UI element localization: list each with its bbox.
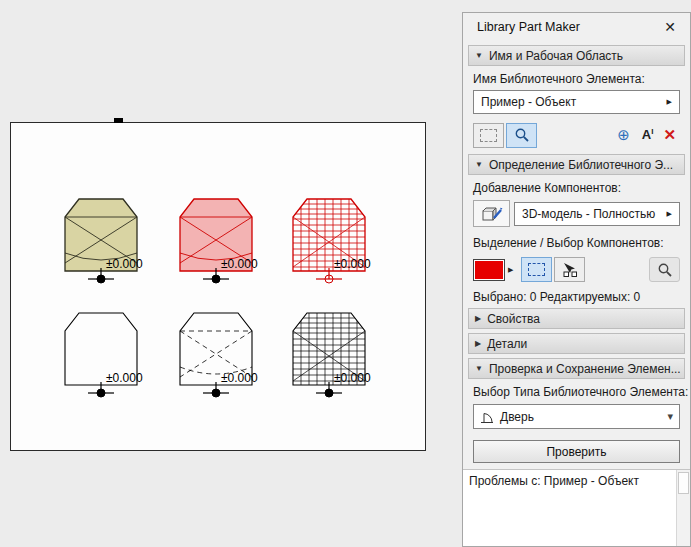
elevation-label: ±0.000 xyxy=(106,371,143,385)
element-name-label: Имя Библиотечного Элемента: xyxy=(473,72,680,86)
figure-outline-wireframe[interactable]: ±0.000 xyxy=(279,307,389,417)
elevation-label: ±0.000 xyxy=(221,257,258,271)
figure-red-filled[interactable]: ±0.000 xyxy=(166,193,276,303)
section-title: Детали xyxy=(487,337,527,351)
arrow-nodes-icon xyxy=(562,262,578,278)
dashed-rect-icon xyxy=(480,129,497,142)
add-icon[interactable]: ⊕ xyxy=(617,126,630,144)
marquee-icon xyxy=(528,263,545,276)
problems-list[interactable]: Проблемы с: Пример - Объект xyxy=(463,469,690,546)
flyout-arrow-icon: ▶ xyxy=(667,210,672,218)
workspace-frame-button[interactable] xyxy=(473,123,504,148)
chevron-collapsed-icon: ▶ xyxy=(475,314,481,323)
node-select-button[interactable] xyxy=(554,257,585,282)
component-mode-dropdown[interactable]: 3D-модель - Полностью ▶ xyxy=(514,202,680,226)
section-title: Имя и Рабочая Область xyxy=(489,49,623,63)
magnifier-icon xyxy=(657,262,673,278)
close-icon[interactable]: ✕ xyxy=(662,19,678,35)
chevron-expanded-icon: ▼ xyxy=(475,364,483,373)
elevation-label: ±0.000 xyxy=(334,371,371,385)
chevron-down-icon: ▾ xyxy=(667,410,673,423)
flyout-arrow-icon[interactable]: ▶ xyxy=(508,266,513,274)
zoom-workspace-button[interactable] xyxy=(506,123,537,148)
chevron-expanded-icon: ▼ xyxy=(475,51,483,60)
selection-label: Выделение / Выбор Компонентов: xyxy=(473,236,680,250)
elevation-label: ±0.000 xyxy=(334,257,371,271)
element-name-dropdown[interactable]: Пример - Объект ▶ xyxy=(473,90,680,114)
component-type-button[interactable] xyxy=(473,200,510,227)
panel-title: Library Part Maker xyxy=(477,20,662,34)
section-title: Проверка и Сохранение Элемен... xyxy=(489,362,681,376)
section-title: Свойства xyxy=(487,312,540,326)
highlight-color-swatch[interactable] xyxy=(473,259,505,281)
scrollbar-thumb[interactable] xyxy=(678,472,689,494)
component-mode-value: 3D-модель - Полностью xyxy=(522,207,655,221)
elevation-label: ±0.000 xyxy=(106,257,143,271)
vertical-scrollbar[interactable] xyxy=(676,470,690,546)
section-header-check-save[interactable]: ▼ Проверка и Сохранение Элемен... xyxy=(468,358,685,379)
section-header-name-area[interactable]: ▼ Имя и Рабочая Область xyxy=(468,45,685,66)
section-header-properties[interactable]: ▶ Свойства xyxy=(468,308,685,329)
component-mode-row: 3D-модель - Полностью ▶ xyxy=(473,200,680,227)
drawing-canvas[interactable]: ±0.000 ±0.000 ±0.000 ±0.000 ±0. xyxy=(10,122,426,451)
door-icon xyxy=(480,410,494,424)
add-components-label: Добавление Компонентов: xyxy=(473,181,680,195)
section-header-details[interactable]: ▶ Детали xyxy=(468,333,685,354)
origin-tick xyxy=(114,118,123,123)
selection-status: Выбрано: 0 Редактируемых: 0 xyxy=(473,290,680,304)
section-title: Определение Библиотечного Э... xyxy=(489,158,673,172)
figure-outline-dashed[interactable]: ±0.000 xyxy=(166,307,276,417)
flyout-arrow-icon: ▶ xyxy=(667,98,672,106)
delete-icon[interactable]: ✕ xyxy=(663,126,676,144)
section-header-definition[interactable]: ▼ Определение Библиотечного Э... xyxy=(468,154,685,175)
marquee-select-button[interactable] xyxy=(521,257,552,282)
selection-toolbar: ▶ xyxy=(473,257,680,282)
magnifier-icon xyxy=(514,127,530,143)
figure-olive-filled[interactable]: ±0.000 xyxy=(51,193,161,303)
check-button[interactable]: Проверить xyxy=(473,440,680,463)
component-3d-icon xyxy=(481,205,503,223)
figure-outline-simple[interactable]: ±0.000 xyxy=(51,307,161,417)
library-part-maker-panel: Library Part Maker ✕ ▼ Имя и Рабочая Обл… xyxy=(462,12,691,547)
figure-red-wireframe[interactable]: ±0.000 xyxy=(279,193,389,303)
elevation-label: ±0.000 xyxy=(221,371,258,385)
element-type-select[interactable]: Дверь ▾ xyxy=(473,404,680,429)
element-type-value: Дверь xyxy=(500,410,534,424)
workspace-toolbar: ⊕ AI ✕ xyxy=(473,122,680,148)
element-type-label: Выбор Типа Библиотечного Элемента: xyxy=(473,385,680,399)
element-name-value: Пример - Объект xyxy=(481,95,576,109)
problems-text: Проблемы с: Пример - Объект xyxy=(469,474,639,488)
chevron-collapsed-icon: ▶ xyxy=(475,339,481,348)
zoom-selection-button[interactable] xyxy=(649,257,680,282)
panel-titlebar: Library Part Maker ✕ xyxy=(463,13,690,41)
rename-icon[interactable]: AI xyxy=(642,127,654,142)
chevron-expanded-icon: ▼ xyxy=(475,160,483,169)
